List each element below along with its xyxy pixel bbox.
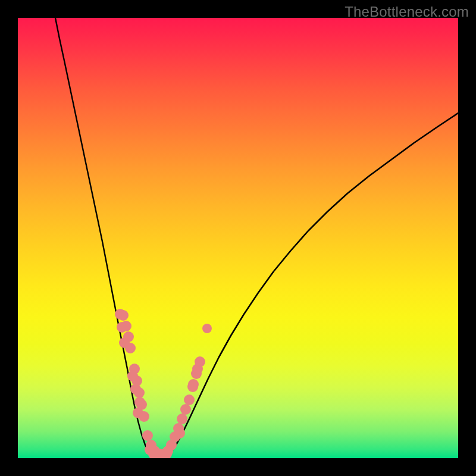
cluster-right-cluster-lower <box>170 394 195 442</box>
data-point <box>192 364 203 374</box>
chart-frame: TheBottleneck.com <box>0 0 476 476</box>
data-point <box>115 309 126 320</box>
cluster-left-cluster-upper <box>115 309 136 353</box>
chart-svg <box>18 18 458 458</box>
data-point <box>117 322 127 333</box>
data-point <box>174 428 185 439</box>
data-point <box>142 430 153 441</box>
data-point <box>133 408 143 418</box>
cluster-right-cluster-upper <box>187 356 205 392</box>
watermark-text: TheBottleneck.com <box>345 4 469 20</box>
series-right-curve <box>159 113 458 458</box>
cluster-right-outlier <box>202 324 212 333</box>
data-point <box>187 381 198 392</box>
data-point <box>180 404 191 415</box>
data-point <box>202 324 212 333</box>
cluster-left-cluster-lower <box>127 364 149 422</box>
data-point <box>127 371 138 381</box>
data-point <box>130 384 141 394</box>
curve-layer <box>55 18 458 458</box>
data-point <box>119 337 130 348</box>
data-point <box>134 397 145 408</box>
data-point <box>177 414 187 424</box>
data-point <box>145 444 155 455</box>
data-point <box>184 394 195 405</box>
